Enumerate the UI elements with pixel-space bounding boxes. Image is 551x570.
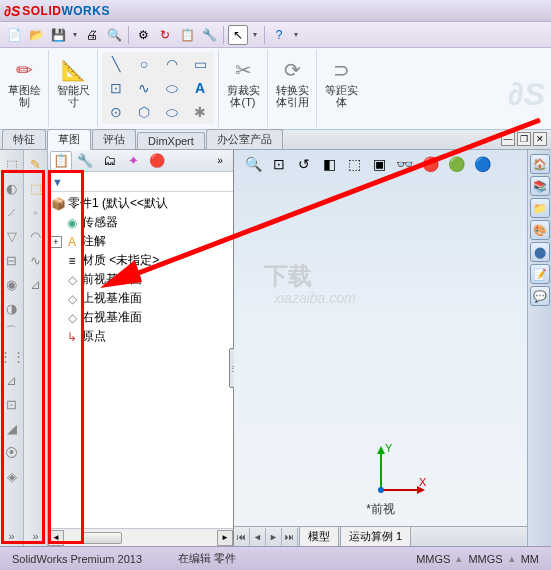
slot-tool[interactable]: ⬭ — [158, 100, 186, 124]
convert-button[interactable]: ⟳ 转换实 体引用 — [272, 52, 312, 112]
centerline-tool[interactable]: ⊡ — [102, 76, 130, 100]
arc-button[interactable]: ◠ — [25, 225, 47, 247]
revolve-boss-button[interactable]: ◐ — [1, 177, 23, 199]
help-button[interactable]: ? — [269, 25, 289, 45]
polygon-tool[interactable]: ⬡ — [130, 100, 158, 124]
offset-button[interactable]: ⊃ 等距实 体 — [321, 52, 361, 112]
maximize-button[interactable]: ❐ — [517, 132, 531, 146]
line-tool[interactable]: ╲ — [102, 52, 130, 76]
hide-show-button[interactable]: 👓 — [393, 154, 416, 174]
tree-annotations[interactable]: + A 注解 — [48, 232, 233, 251]
tree-material[interactable]: ≡ 材质 <未指定> — [48, 251, 233, 270]
close-button[interactable]: ✕ — [533, 132, 547, 146]
tab-features[interactable]: 特征 — [2, 129, 46, 149]
tab-office[interactable]: 办公室产品 — [206, 129, 283, 149]
tab-nav-first[interactable]: ⏮ — [234, 528, 250, 546]
view-palette-button[interactable]: 🎨 — [530, 220, 550, 240]
property-manager-tab[interactable]: 🔧 — [74, 151, 96, 171]
pattern-button[interactable]: ⋮⋮ — [1, 345, 23, 367]
panel-scrollbar[interactable]: ◄ ► — [48, 528, 233, 546]
expand-toolbar-icon[interactable]: » — [0, 528, 23, 544]
select-button[interactable]: ↖ — [228, 25, 248, 45]
dropdown-icon[interactable]: ▾ — [250, 25, 260, 45]
new-button[interactable]: 📄 — [4, 25, 24, 45]
loft-boss-button[interactable]: ▽ — [1, 225, 23, 247]
misc-button[interactable]: ⊿ — [25, 273, 47, 295]
expand-toggle[interactable]: + — [50, 236, 62, 248]
fillet-button[interactable]: ⌒ — [1, 321, 23, 343]
toolbox-button[interactable]: 🔧 — [199, 25, 219, 45]
trim-button[interactable]: ✂ 剪裁实 体(T) — [223, 52, 263, 112]
smart-dimension-button[interactable]: 📐 智能尺 寸 — [53, 52, 93, 112]
model-tab[interactable]: 模型 — [299, 526, 339, 546]
status-units1[interactable]: MMGS — [410, 553, 456, 565]
file-explorer-button[interactable]: 📁 — [530, 198, 550, 218]
section-view-button[interactable]: ◧ — [318, 154, 340, 174]
tree-root[interactable]: 📦 零件1 (默认<<默认 — [48, 194, 233, 213]
point-tool[interactable]: ⊙ — [102, 100, 130, 124]
properties-button[interactable]: 📋 — [177, 25, 197, 45]
motion-study-tab[interactable]: 运动算例 1 — [340, 526, 411, 546]
open-button[interactable]: 📂 — [26, 25, 46, 45]
sketch-button[interactable]: ✏ 草图绘 制 — [4, 52, 44, 112]
arc-tool[interactable]: ◠ — [158, 52, 186, 76]
dimxpert-tab[interactable]: ✦ — [122, 151, 144, 171]
print-button[interactable]: 🖨 — [82, 25, 102, 45]
save-button[interactable]: 💾 — [48, 25, 68, 45]
tree-sensors[interactable]: ◉ 传感器 — [48, 213, 233, 232]
tab-nav-last[interactable]: ⏭ — [282, 528, 298, 546]
status-units3[interactable]: MM — [515, 553, 545, 565]
resources-button[interactable]: 🏠 — [530, 154, 550, 174]
expand-toolbar-icon[interactable]: » — [24, 528, 47, 544]
design-library-button[interactable]: 📚 — [530, 176, 550, 196]
tab-nav-next[interactable]: ► — [266, 528, 282, 546]
tab-evaluate[interactable]: 评估 — [92, 129, 136, 149]
render-button[interactable]: 🔵 — [471, 154, 494, 174]
forum-button[interactable]: 💬 — [530, 286, 550, 306]
rectangle-tool[interactable]: ▭ — [186, 52, 214, 76]
options-button[interactable]: ⚙ — [133, 25, 153, 45]
tab-sketch[interactable]: 草图 — [47, 129, 91, 150]
zoom-area-button[interactable]: ⊡ — [268, 154, 290, 174]
rib-button[interactable]: ⊿ — [1, 369, 23, 391]
custom-props-button[interactable]: 📝 — [530, 264, 550, 284]
draft-button[interactable]: ◢ — [1, 417, 23, 439]
tab-nav-prev[interactable]: ◄ — [250, 528, 266, 546]
print-preview-button[interactable]: 🔍 — [104, 25, 124, 45]
scroll-thumb[interactable] — [82, 532, 122, 544]
filter-icon[interactable]: ▼ — [52, 176, 63, 188]
tree-top-plane[interactable]: ◇ 上视基准面 — [48, 289, 233, 308]
minimize-button[interactable]: — — [501, 132, 515, 146]
appearance-button[interactable]: 🔴 — [419, 154, 442, 174]
display-manager-tab[interactable]: 🔴 — [146, 151, 168, 171]
dropdown-icon[interactable]: ▾ — [291, 25, 301, 45]
point-button[interactable]: ◦ — [25, 201, 47, 223]
extrude-boss-button[interactable]: ⬚ — [1, 153, 23, 175]
feature-tree-tab[interactable]: 📋 — [50, 151, 72, 171]
graphics-viewport[interactable]: 🔍 ⊡ ↺ ◧ ⬚ ▣ 👓 🔴 🟢 🔵 下载 xiazaiba.com Y X … — [234, 150, 527, 546]
circle-tool[interactable]: ○ — [130, 52, 158, 76]
tree-right-plane[interactable]: ◇ 右视基准面 — [48, 308, 233, 327]
scroll-right-icon[interactable]: ► — [217, 530, 233, 546]
3d-sketch-button[interactable]: ⬚ — [25, 177, 47, 199]
scroll-left-icon[interactable]: ◄ — [48, 530, 64, 546]
status-units2[interactable]: MMGS — [462, 553, 508, 565]
display-style-button[interactable]: ▣ — [368, 154, 390, 174]
ref-geometry-button[interactable]: ◈ — [1, 465, 23, 487]
panel-more-icon[interactable]: » — [209, 151, 231, 171]
shell-button[interactable]: ⊡ — [1, 393, 23, 415]
curve-button[interactable]: ∿ — [25, 249, 47, 271]
ellipse-tool[interactable]: ⬭ — [158, 76, 186, 100]
config-manager-tab[interactable]: 🗂 — [98, 151, 120, 171]
revolve-cut-button[interactable]: ◑ — [1, 297, 23, 319]
spline-button[interactable]: ✎ — [25, 153, 47, 175]
tree-origin[interactable]: ↳ 原点 — [48, 327, 233, 346]
swept-boss-button[interactable]: ⟋ — [1, 201, 23, 223]
text-tool[interactable]: A — [186, 76, 214, 100]
mirror-button[interactable]: ⦿ — [1, 441, 23, 463]
tree-front-plane[interactable]: ◇ 前视基准面 — [48, 270, 233, 289]
extrude-cut-button[interactable]: ⊟ — [1, 249, 23, 271]
rebuild-button[interactable]: ↻ — [155, 25, 175, 45]
view-orientation-button[interactable]: ⬚ — [343, 154, 365, 174]
misc-tool[interactable]: ✱ — [186, 100, 214, 124]
